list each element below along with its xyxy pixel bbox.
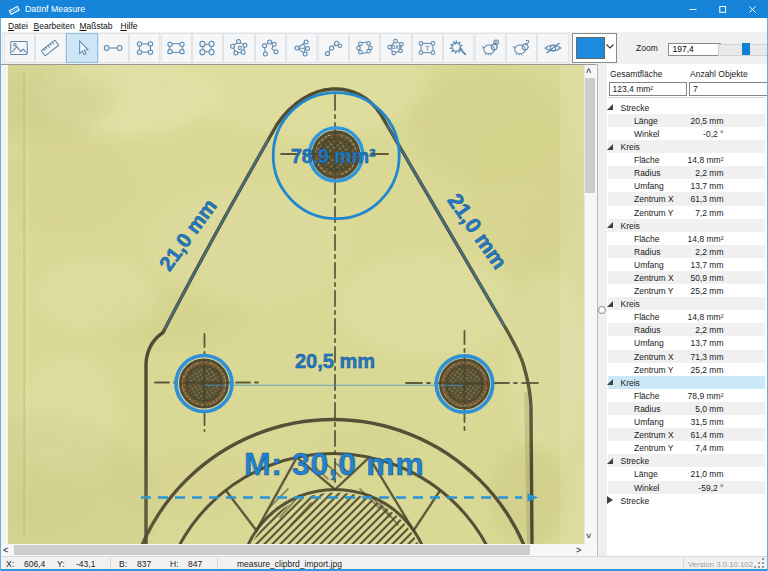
svg-text:DXF: DXF: [391, 44, 401, 50]
svg-text:T: T: [425, 44, 430, 53]
